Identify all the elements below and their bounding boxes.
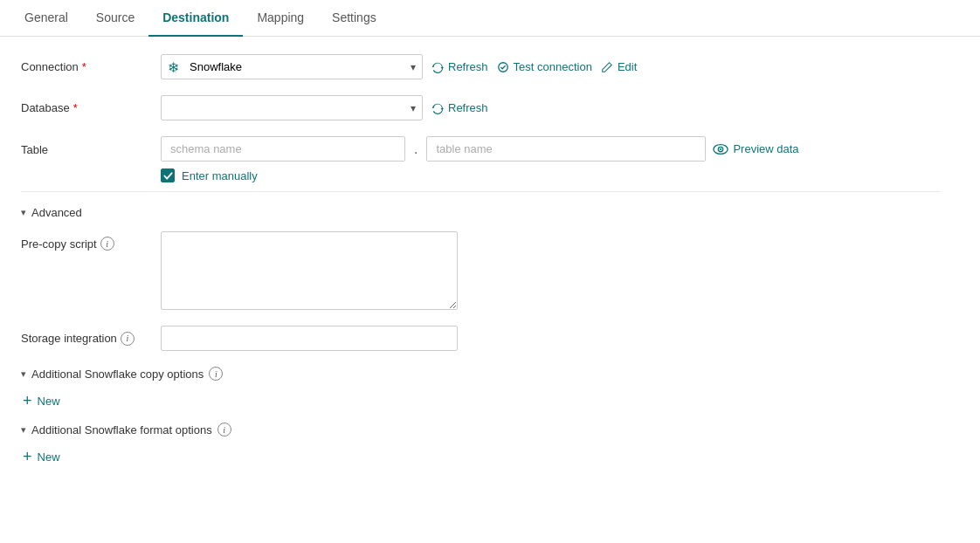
pre-copy-script-label: Pre-copy script i: [21, 231, 161, 251]
tabs-bar: General Source Destination Mapping Setti…: [0, 0, 980, 37]
database-select-wrapper: ▾: [161, 95, 423, 120]
tab-source[interactable]: Source: [82, 0, 148, 37]
database-label: Database *: [21, 101, 161, 114]
destination-content: Connection * ❄ Snowflake ▾ Refresh: [0, 37, 961, 482]
storage-integration-label: Storage integration i: [21, 332, 161, 346]
format-options-plus-icon: +: [23, 449, 32, 464]
table-label: Table: [21, 136, 161, 156]
connection-required: *: [82, 60, 86, 73]
schema-name-input[interactable]: [161, 136, 405, 162]
storage-integration-info-icon: i: [121, 332, 135, 346]
pre-copy-script-input[interactable]: [161, 231, 458, 310]
tab-settings[interactable]: Settings: [318, 0, 390, 37]
snowflake-icon: ❄: [168, 58, 179, 75]
storage-integration-input[interactable]: [161, 326, 458, 351]
tab-destination[interactable]: Destination: [148, 0, 243, 37]
advanced-chevron-icon: ▾: [21, 207, 26, 218]
preview-data-button[interactable]: Preview data: [713, 142, 798, 155]
format-options-chevron-icon: ▾: [21, 424, 26, 436]
tab-general[interactable]: General: [10, 0, 82, 37]
dot-separator: .: [414, 141, 418, 157]
database-controls: ▾ Refresh: [161, 95, 488, 120]
enter-manually-label: Enter manually: [182, 169, 258, 182]
database-refresh-button[interactable]: Refresh: [431, 101, 488, 114]
connection-row: Connection * ❄ Snowflake ▾ Refresh: [21, 54, 940, 79]
svg-point-3: [720, 148, 721, 149]
storage-integration-row: Storage integration i: [21, 326, 940, 351]
table-name-input[interactable]: [426, 136, 706, 162]
format-options-info-icon: i: [217, 423, 231, 436]
copy-options-chevron-icon: ▾: [21, 368, 26, 380]
pre-copy-script-row: Pre-copy script i: [21, 231, 940, 310]
database-row: Database * ▾ Refresh: [21, 95, 940, 120]
copy-options-plus-icon: +: [23, 393, 32, 409]
pre-copy-info-icon: i: [100, 237, 114, 251]
edit-icon: [601, 61, 613, 73]
connection-refresh-button[interactable]: Refresh: [431, 60, 488, 73]
connection-controls: ❄ Snowflake ▾ Refresh Test connection: [161, 54, 637, 79]
connection-label: Connection *: [21, 60, 161, 73]
tab-mapping[interactable]: Mapping: [243, 0, 318, 37]
database-required: *: [73, 101, 78, 114]
database-select[interactable]: [161, 95, 423, 120]
edit-button[interactable]: Edit: [601, 60, 637, 73]
table-controls: . Preview data Enter manual: [161, 136, 799, 182]
format-options-header[interactable]: ▾ Additional Snowflake format options i: [21, 423, 940, 436]
connection-select-wrapper: ❄ Snowflake ▾: [161, 54, 423, 79]
enter-manually-checkbox[interactable]: [161, 168, 175, 182]
preview-icon: [713, 143, 728, 155]
advanced-section-header[interactable]: ▾ Advanced: [21, 206, 940, 219]
database-refresh-icon: [431, 102, 444, 114]
copy-options-header[interactable]: ▾ Additional Snowflake copy options i: [21, 367, 940, 381]
table-row-container: Table . Preview data: [21, 136, 940, 182]
copy-options-info-icon: i: [209, 367, 223, 381]
test-connection-button[interactable]: Test connection: [497, 60, 592, 73]
connection-select[interactable]: Snowflake: [161, 54, 423, 79]
copy-options-new-button[interactable]: + New: [23, 393, 60, 409]
format-options-new-button[interactable]: + New: [23, 449, 60, 464]
refresh-icon: [431, 61, 444, 73]
test-connection-icon: [497, 61, 509, 73]
